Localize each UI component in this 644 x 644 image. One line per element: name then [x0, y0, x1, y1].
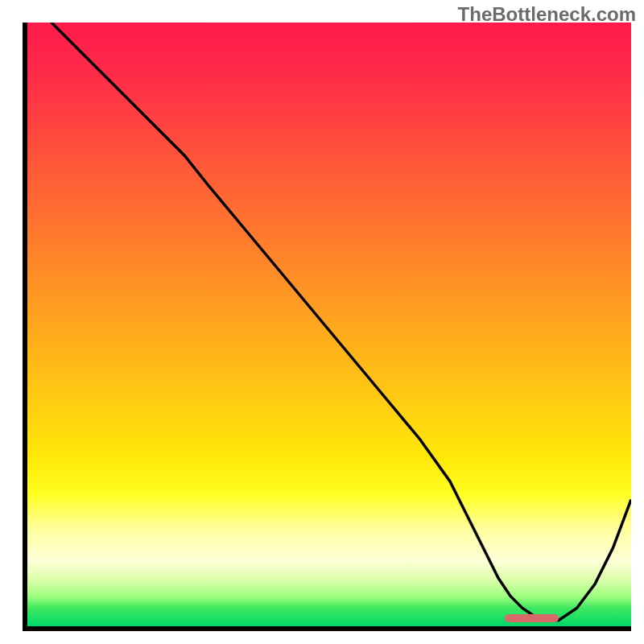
plot-area	[23, 23, 631, 631]
curve-line	[27, 23, 631, 626]
watermark-text: TheBottleneck.com	[458, 3, 636, 26]
chart-container: TheBottleneck.com	[0, 0, 644, 644]
optimal-marker	[505, 614, 559, 622]
